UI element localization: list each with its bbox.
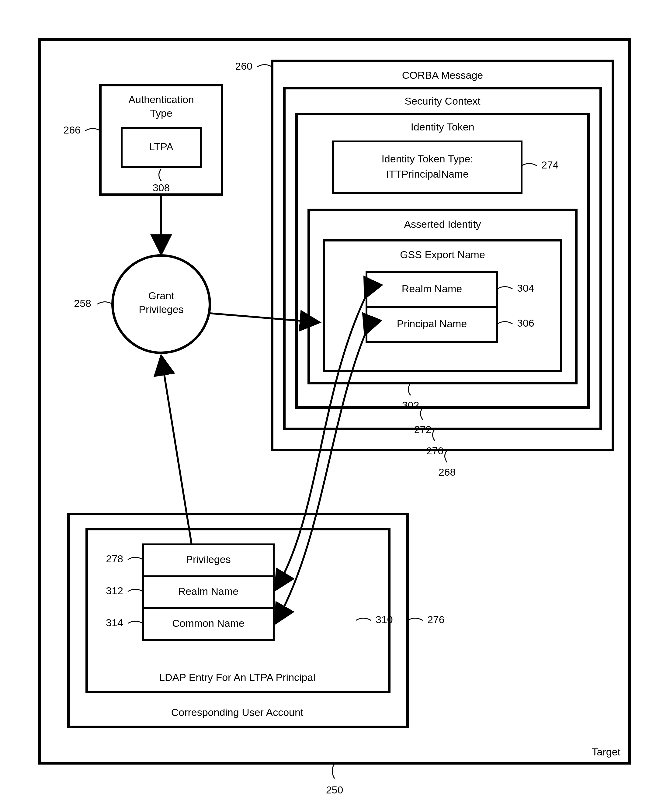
idtoken-ref: 272 xyxy=(414,424,431,435)
svg-text:Grant: Grant xyxy=(148,290,174,301)
idtoken-title: Identity Token xyxy=(411,121,474,133)
user-account-ref: 276 xyxy=(427,614,445,625)
acct-priv: Privileges xyxy=(186,553,230,565)
auth-type-val-ref: 308 xyxy=(153,182,170,193)
gss-principal-ref: 306 xyxy=(517,317,535,329)
idtype-line2: ITTPrincipalName xyxy=(386,168,469,180)
grant-ref: 258 xyxy=(74,298,91,309)
idtype-ref: 274 xyxy=(541,159,559,171)
arrow-common-link xyxy=(275,335,365,623)
ldap-title: LDAP Entry For An LTPA Principal xyxy=(159,672,315,683)
user-account-group: Corresponding User Account 276 LDAP Entr… xyxy=(68,514,445,727)
secctx-ref: 270 xyxy=(426,445,444,457)
user-account-title: Corresponding User Account xyxy=(171,707,303,718)
arrow-realm-link xyxy=(275,298,365,590)
diagram-root: Target 250 Authentication Type LTPA 308 … xyxy=(0,0,670,812)
asserted-ref: 302 xyxy=(402,399,420,411)
gss-realm: Realm Name xyxy=(402,283,462,294)
svg-rect-8 xyxy=(333,141,521,193)
target-ref: 250 xyxy=(326,784,343,795)
corba-message-group: 260 CORBA Message 268 Security Context 2… xyxy=(235,60,613,478)
corba-ref: 268 xyxy=(438,466,456,478)
auth-type-title-2: Type xyxy=(150,107,173,119)
target-label: Target xyxy=(592,746,621,758)
corba-title: CORBA Message xyxy=(402,69,483,81)
acct-realm-ref: 312 xyxy=(106,585,123,596)
svg-text:Privileges: Privileges xyxy=(139,303,183,315)
idtype-line1: Identity Token Type: xyxy=(381,153,473,164)
auth-type-group: Authentication Type LTPA 308 266 xyxy=(63,85,222,195)
target-box xyxy=(39,39,629,763)
arrow-priv-to-grant xyxy=(161,356,191,545)
auth-type-title-1: Authentication xyxy=(129,94,194,105)
acct-priv-ref: 278 xyxy=(106,553,123,565)
corba-title-ref: 260 xyxy=(235,60,252,72)
auth-type-value: LTPA xyxy=(149,141,173,152)
svg-rect-14 xyxy=(87,529,389,692)
svg-rect-9 xyxy=(309,210,576,383)
acct-realm: Realm Name xyxy=(178,585,239,597)
acct-common-ref: 314 xyxy=(106,617,123,628)
secctx-title: Security Context xyxy=(404,95,481,107)
auth-type-box-ref: 266 xyxy=(63,124,81,135)
gss-title: GSS Export Name xyxy=(400,249,485,261)
ldap-ref: 310 xyxy=(376,614,393,625)
asserted-title: Asserted Identity xyxy=(404,218,481,230)
acct-common: Common Name xyxy=(172,617,245,629)
arrow-grant-to-gss xyxy=(210,313,319,322)
gss-principal: Principal Name xyxy=(397,318,467,329)
gss-realm-ref: 304 xyxy=(517,282,535,294)
grant-privileges-node: Grant Privileges 258 xyxy=(74,255,210,353)
